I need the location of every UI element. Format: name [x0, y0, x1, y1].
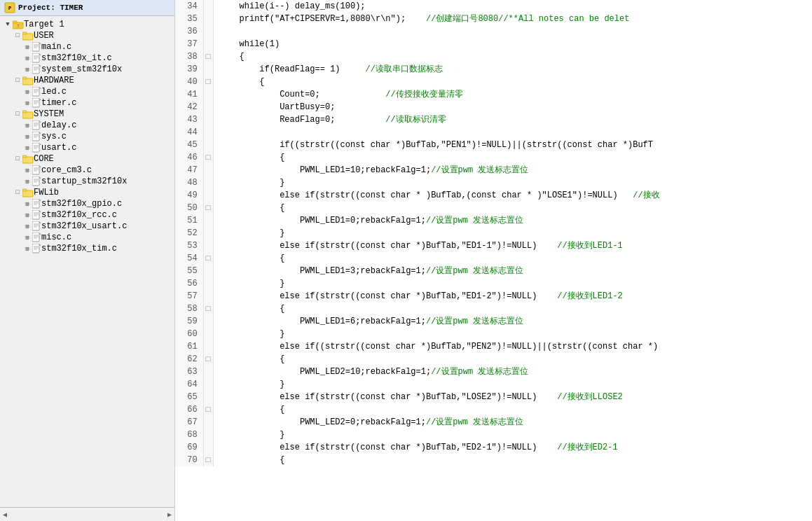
code-content[interactable]: if(ReadFlag== 1) //读取串口数据标志	[213, 63, 812, 76]
tree-item-usart-c[interactable]: ⊞ usart.c	[0, 142, 174, 153]
fold-gutter[interactable]: □	[203, 252, 213, 265]
tree-item-startup-stm32[interactable]: ⊞ startup_stm32f10x	[0, 176, 174, 187]
fold-gutter[interactable]: □	[203, 454, 213, 466]
fold-gutter[interactable]	[203, 214, 213, 227]
fold-gutter[interactable]: □	[203, 353, 213, 366]
fold-gutter[interactable]	[203, 378, 213, 391]
code-area[interactable]: 34 while(i--) delay_ms(100);35 printf("A…	[175, 0, 812, 521]
fold-gutter[interactable]	[203, 176, 213, 189]
code-content[interactable]: {	[213, 151, 812, 164]
code-content[interactable]: PWML_LED2=10;rebackFalg=1;//设置pwm 发送标志置位	[213, 366, 812, 378]
fold-gutter[interactable]	[203, 0, 213, 13]
tree-item-user-folder[interactable]: □ USER	[0, 30, 174, 41]
fold-gutter[interactable]: □	[203, 151, 213, 164]
code-content[interactable]: while(i--) delay_ms(100);	[213, 0, 812, 13]
tree-item-usart-fw-c[interactable]: ⊞ stm32f10x_usart.c	[0, 221, 174, 232]
fold-gutter[interactable]	[203, 328, 213, 340]
code-content[interactable]: PWML_LED1=10;rebackFalg=1;//设置pwm 发送标志置位	[213, 164, 812, 176]
tree-item-system-stm32[interactable]: ⊞ system_stm32f10x	[0, 64, 174, 75]
fold-gutter[interactable]	[203, 441, 213, 454]
tree-item-fwlib-folder[interactable]: □ FWLib	[0, 187, 174, 198]
code-content[interactable]: {	[213, 76, 812, 88]
tree-item-hardware-folder[interactable]: □ HARDWARE	[0, 75, 174, 86]
code-content[interactable]: }	[213, 328, 812, 340]
tree-item-delay-c[interactable]: ⊞ delay.c	[0, 120, 174, 131]
tree-item-stm32f10x-it-c[interactable]: ⊞ stm32f10x_it.c	[0, 53, 174, 64]
code-content[interactable]: {	[213, 454, 812, 466]
fold-gutter[interactable]: □	[203, 76, 213, 88]
tree-item-misc-c[interactable]: ⊞ misc.c	[0, 232, 174, 243]
fold-gutter[interactable]	[203, 164, 213, 176]
fold-gutter[interactable]	[203, 277, 213, 290]
code-content[interactable]	[213, 25, 812, 38]
code-content[interactable]: }	[213, 277, 812, 290]
fold-gutter[interactable]	[203, 290, 213, 303]
fold-gutter[interactable]	[203, 189, 213, 202]
fold-gutter[interactable]: □	[203, 403, 213, 416]
code-content[interactable]: PWML_LED1=0;rebackFalg=1;//设置pwm 发送标志置位	[213, 214, 812, 227]
code-content[interactable]: {	[213, 252, 812, 265]
tree-item-led-c[interactable]: ⊞ led.c	[0, 86, 174, 97]
fold-gutter[interactable]	[203, 227, 213, 239]
code-content[interactable]: else if((strstr((const char *)BufTab,"PE…	[213, 340, 812, 353]
code-content[interactable]: while(1)	[213, 38, 812, 50]
fold-gutter[interactable]	[203, 101, 213, 113]
fold-gutter[interactable]: □	[203, 202, 213, 214]
fold-gutter[interactable]	[203, 416, 213, 429]
code-content[interactable]: else if(strstr((const char *)BufTab,"ED1…	[213, 290, 812, 303]
tree-item-sys-c[interactable]: ⊞ sys.c	[0, 131, 174, 142]
project-tree-header: P Project: TIMER	[0, 0, 174, 16]
code-content[interactable]: }	[213, 227, 812, 239]
fold-gutter[interactable]	[203, 13, 213, 25]
fold-gutter[interactable]	[203, 265, 213, 277]
code-content[interactable]: printf("AT+CIPSERVR=1,8080\r\n"); //创建端口…	[213, 13, 812, 25]
fold-gutter[interactable]: □	[203, 303, 213, 315]
fold-gutter[interactable]	[203, 340, 213, 353]
code-content[interactable]: {	[213, 353, 812, 366]
code-content[interactable]: else if(strstr((const char *)BufTab,"ED2…	[213, 441, 812, 454]
code-content[interactable]: PWML_LED1=3;rebackFalg=1;//设置pwm 发送标志置位	[213, 265, 812, 277]
code-content[interactable]: }	[213, 176, 812, 189]
code-content[interactable]: UartBusy=0;	[213, 101, 812, 113]
fold-gutter[interactable]	[203, 25, 213, 38]
code-content[interactable]	[213, 126, 812, 139]
code-content[interactable]: }	[213, 429, 812, 441]
code-content[interactable]: {	[213, 50, 812, 63]
fold-gutter[interactable]	[203, 88, 213, 101]
fold-gutter[interactable]	[203, 315, 213, 328]
tree-item-core-folder[interactable]: □ CORE	[0, 153, 174, 165]
code-content[interactable]: {	[213, 403, 812, 416]
code-content[interactable]: if((strstr((const char *)BufTab,"PEN1")!…	[213, 139, 812, 151]
tree-item-tim-c[interactable]: ⊞ stm32f10x_tim.c	[0, 243, 174, 254]
fold-gutter[interactable]	[203, 63, 213, 76]
fold-gutter[interactable]	[203, 126, 213, 139]
code-content[interactable]: else if(strstr((const char *)BufTab,"ED1…	[213, 239, 812, 252]
tree-item-target1[interactable]: ▼ T Target 1	[0, 19, 174, 30]
tree-item-gpio-c[interactable]: ⊞ stm32f10x_gpio.c	[0, 198, 174, 209]
fold-gutter[interactable]: □	[203, 50, 213, 63]
code-content[interactable]: else if(strstr((const char * )BufTab,(co…	[213, 189, 812, 202]
tree-item-system-folder[interactable]: □ SYSTEM	[0, 109, 174, 120]
table-row: 66□ {	[175, 403, 812, 416]
code-content[interactable]: {	[213, 202, 812, 214]
fold-gutter[interactable]	[203, 366, 213, 378]
fold-gutter[interactable]	[203, 38, 213, 50]
fold-gutter[interactable]	[203, 391, 213, 403]
tree-item-main-c[interactable]: ⊞ main.c	[0, 41, 174, 53]
code-content[interactable]: }	[213, 378, 812, 391]
scroll-left-arrow[interactable]: ◀	[3, 510, 7, 519]
code-content[interactable]: else if(strstr((const char *)BufTab,"LOS…	[213, 391, 812, 403]
fold-gutter[interactable]	[203, 113, 213, 126]
code-content[interactable]: PWML_LED1=6;rebackFalg=1;//设置pwm 发送标志置位	[213, 315, 812, 328]
code-content[interactable]: Count=0; //传授接收变量清零	[213, 88, 812, 101]
code-content[interactable]: PWML_LED2=0;rebackFalg=1;//设置pwm 发送标志置位	[213, 416, 812, 429]
tree-item-timer-c[interactable]: ⊞ timer.c	[0, 97, 174, 109]
fold-gutter[interactable]	[203, 239, 213, 252]
fold-gutter[interactable]	[203, 139, 213, 151]
code-content[interactable]: {	[213, 303, 812, 315]
fold-gutter[interactable]	[203, 429, 213, 441]
scroll-right-arrow[interactable]: ▶	[167, 510, 172, 519]
tree-item-rcc-c[interactable]: ⊞ stm32f10x_rcc.c	[0, 209, 174, 221]
tree-item-core-cm3-c[interactable]: ⊞ core_cm3.c	[0, 165, 174, 176]
code-content[interactable]: ReadFlag=0; //读取标识清零	[213, 113, 812, 126]
